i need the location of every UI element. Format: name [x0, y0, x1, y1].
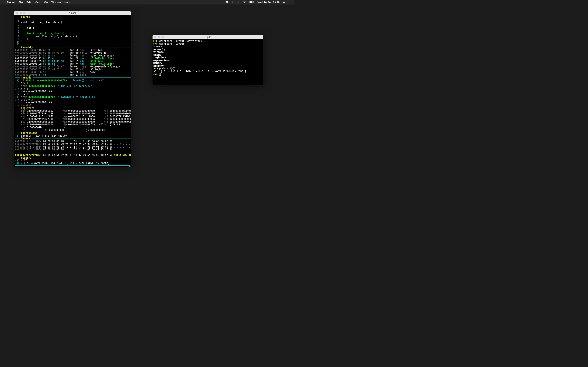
register-row: rbp 0x00007fff5fbffb50 rsp 0x00007fff5fb… — [15, 115, 130, 118]
gdb-output: expressions — [153, 59, 262, 62]
terminal-content[interactable]: ─── Source ─────────────────────────────… — [14, 15, 131, 167]
source-line: 11 — [15, 43, 130, 46]
gdb-cmd: >>> p data[1]@2 — [153, 67, 262, 70]
register-row: r12 0x0000000000000000 r13 0x00000000000… — [15, 121, 130, 124]
stack-var: arg argv = 0x7fff5fbffb98 — [15, 101, 130, 104]
section-header-expressions: ─── Expressions ────────────────────────… — [15, 132, 130, 134]
stack-var: loc i = 1 — [15, 93, 130, 96]
asm-line: 0x0000000100000f36 5d fun+86 pop %rbp — [15, 71, 130, 74]
asm-line: 0x0000000100000f37 c3 fun+87 retq — [15, 74, 130, 76]
stack-frame: [1] from 0x0000000100000f62 in main+34()… — [15, 96, 130, 99]
menu-go[interactable]: Go — [44, 1, 48, 4]
zoom-icon[interactable] — [23, 12, 26, 14]
source-line: 4 { — [15, 24, 130, 27]
menu-file[interactable]: File — [18, 1, 23, 4]
titlebar[interactable]: 2. bash — [14, 11, 131, 15]
menu-help[interactable]: Help — [65, 1, 70, 4]
gdb-output: source — [153, 45, 262, 48]
gdb-output: history — [153, 65, 262, 67]
section-header-history: ─── History ────────────────────────────… — [15, 157, 130, 159]
battery-icon[interactable] — [250, 1, 254, 4]
gdb-cmd: >>> dashboard -output /dev/ttys001 — [153, 40, 262, 43]
section-header-source: ─── Source ─────────────────────────────… — [15, 16, 130, 18]
source-line: 8 printf("%d: %s\n", i, data[i]); — [15, 35, 130, 38]
svg-point-4 — [283, 1, 285, 3]
source-line: 6 — [15, 30, 130, 33]
svg-rect-2 — [254, 2, 254, 2]
asm-line: 0x0000000100000f25 05 01 00 00 00 fun+69… — [15, 60, 130, 63]
gdb-result: $3 = {[0] = 0x7fff5fbffd24 "hello", [1] … — [153, 70, 262, 73]
stack-var: arg n = 3 — [15, 87, 130, 90]
close-icon[interactable] — [154, 36, 156, 38]
asm-line: 0x0000000100000f1a e8 4b 00 00 00 fun+58… — [15, 52, 130, 54]
notification-center-icon[interactable] — [289, 1, 292, 4]
memory-row-hl: 0x00007fff5fbffd24 68 65 6c 6c 6f 00 47 … — [15, 154, 130, 157]
bluetooth-icon[interactable] — [232, 1, 233, 4]
source-line: 9 } — [15, 38, 130, 41]
stack-var: arg argc = 3 — [15, 99, 130, 101]
apple-menu[interactable]:  — [2, 1, 3, 4]
asm-line: 0x0000000100000f2d e9 c4 ff ff ff fun+77… — [15, 66, 130, 68]
register-row: r9 0x00007fff7902c300 r10 0x000000000000… — [15, 118, 130, 121]
resize-handle[interactable] — [129, 165, 130, 167]
memory-row: 0x00007fff5fbffb4c 03 00 00 00 70 fb bf … — [15, 143, 130, 146]
asm-line: 0x0000000100000f18 b0 00 fun+56 mov $0x0… — [15, 49, 130, 52]
register-row: rdx 0x00007fff7a8fc128 rsi 0x00000200000… — [15, 112, 130, 115]
source-line: 2 — [15, 18, 130, 21]
volume-icon[interactable] — [237, 1, 240, 4]
source-line: 5 int i; — [15, 27, 130, 30]
terminal-window-gdb[interactable]: 1. gdb >>> dashboard -output /dev/ttys00… — [153, 35, 263, 85]
section-header-registers: ─── Registers ──────────────────────────… — [15, 107, 130, 110]
asm-line: 0x0000000100000f1f 89 45 e8 fun+63 mov %… — [15, 54, 130, 57]
svg-rect-3 — [250, 1, 252, 3]
section-header-threads: ─── Threads ────────────────────────────… — [15, 76, 130, 79]
asm-line: 0x0000000100000f32 48 83 c4 20 fun+82 ad… — [15, 68, 130, 71]
wifi-icon[interactable] — [243, 1, 246, 4]
svg-point-7 — [289, 3, 289, 3]
memory-row: 0x00007fff5fbffb5c 01 00 00 00 98 fb bf … — [15, 146, 130, 149]
menubar:  Finder File Edit View Go Window Help W… — [0, 0, 294, 4]
gdb-output: threads — [153, 51, 262, 54]
terminal-window-bash[interactable]: 2. bash ─── Source ─────────────────────… — [14, 11, 131, 167]
section-header-stack: ─── Stack ──────────────────────────────… — [15, 82, 130, 85]
memory-row: 0x00007fff5fbffb3c 01 00 00 00 98 fb bf … — [15, 140, 130, 143]
history-line: $$1 = 67 — [15, 159, 130, 162]
window-title: 2. bash — [68, 12, 76, 15]
bottom-rule — [15, 165, 130, 166]
register-row: rax 0x0000000000000002 rbx 0x00000000000… — [15, 110, 130, 113]
register-row: r15 0x0000000000000000 rip 0x00000001000… — [15, 123, 130, 126]
minimize-icon[interactable] — [158, 36, 160, 38]
asm-line: 0x0000000100000f2a 89 45 ec fun+74 mov %… — [15, 63, 130, 66]
source-line: 7 for (i = 0; i < n; i++) { — [15, 32, 130, 35]
minimize-icon[interactable] — [20, 12, 22, 14]
terminal-content[interactable]: >>> dashboard -output /dev/ttys001>>> da… — [153, 39, 263, 77]
spotlight-icon[interactable] — [283, 1, 286, 4]
stack-var: arg data = 0x7fff5fbffb98 — [15, 90, 130, 93]
gdb-output: assembly — [153, 48, 262, 51]
window-title: 1. gdb — [204, 36, 211, 39]
expression-line: [1] data[i] = 0x7fff5fbffd24 "hello" — [15, 134, 130, 137]
section-header-memory: ─── Memory ─────────────────────────────… — [15, 137, 130, 140]
gdb-cmd: >>> dashboard -layout — [153, 43, 262, 45]
titlebar[interactable]: 1. gdb — [153, 35, 263, 39]
gdb-output: memory — [153, 62, 262, 65]
menu-window[interactable]: Window — [52, 1, 61, 4]
gdb-prompt-line[interactable]: >>> — [153, 73, 262, 76]
app-name[interactable]: Finder — [7, 1, 15, 4]
history-line: $$0 = {[0] = 0x7fff5fbffd24 "hello", [1]… — [15, 162, 130, 165]
clock[interactable]: Wed 16 Sep 13:49 — [258, 1, 279, 4]
source-line: 10 } — [15, 41, 130, 43]
section-header-assembly: ─── Assembly ───────────────────────────… — [15, 46, 130, 49]
dropbox-icon[interactable] — [225, 1, 228, 4]
stack-frame: [0] from 0x0000000100000f2a in fun+74() … — [15, 85, 130, 88]
stack-nolocals: (no locals) — [15, 104, 130, 107]
menu-edit[interactable]: Edit — [26, 1, 31, 4]
cursor — [159, 73, 161, 76]
menu-view[interactable]: View — [35, 1, 40, 4]
memory-gap — [15, 151, 130, 154]
memory-row: 0x00007fff5fbffb6c 00 00 00 00 88 fb bf … — [15, 148, 130, 151]
close-icon[interactable] — [16, 12, 18, 14]
zoom-icon[interactable] — [162, 36, 164, 38]
gdb-output: stack — [153, 54, 262, 57]
register-row: es fs 0x00000000 gs 0x00000000 — [15, 129, 130, 132]
